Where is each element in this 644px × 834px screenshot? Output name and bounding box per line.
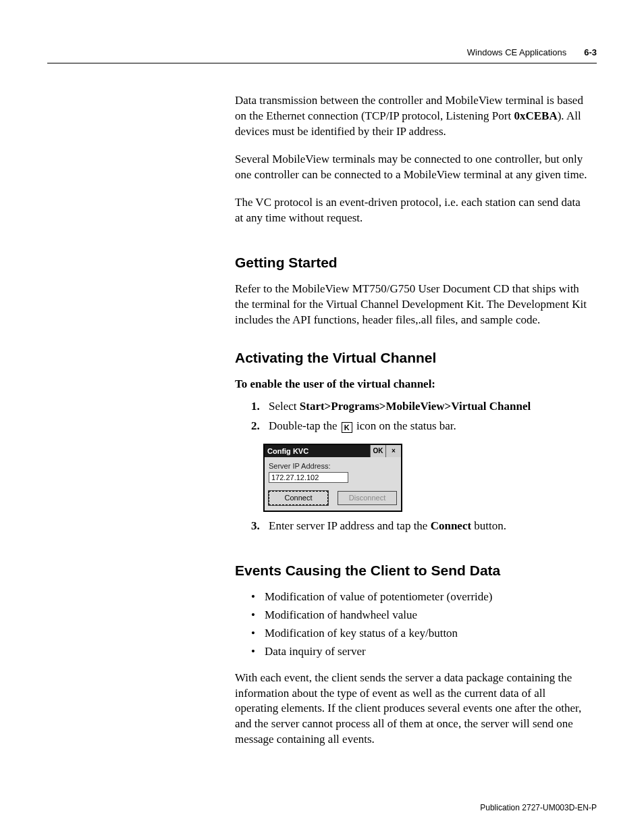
heading-activating-virtual-channel: Activating the Virtual Channel <box>235 348 590 367</box>
config-kvc-dialog-figure: Config KVC OK × Server IP Address: Conne… <box>263 444 590 512</box>
getting-started-paragraph: Refer to the MobileView MT750/G750 User … <box>235 282 590 328</box>
k-icon: K <box>342 422 352 433</box>
step-2: 2. Double-tap the K icon on the status b… <box>251 419 590 434</box>
step-number: 1. <box>251 399 269 415</box>
ordered-steps: 1. Select Start>Programs>MobileView>Virt… <box>251 399 590 434</box>
intro-paragraph-1: Data transmission between the controller… <box>235 93 590 140</box>
list-item: • Modification of value of potentiometer… <box>251 590 590 605</box>
server-ip-input[interactable] <box>269 472 348 483</box>
step-number: 3. <box>251 519 269 534</box>
intro-paragraph-2: Several MobileView terminals may be conn… <box>235 152 590 183</box>
list-item: • Data inquiry of server <box>251 644 590 660</box>
listening-port: 0xCEBA <box>514 109 557 122</box>
bullet-icon: • <box>251 608 265 623</box>
list-item-text: Data inquiry of server <box>265 644 366 660</box>
dialog-body: Server IP Address: Connect Disconnect <box>265 457 401 511</box>
text: Double-tap the <box>269 419 340 432</box>
dialog-title: Config KVC <box>265 445 370 457</box>
ordered-steps-continued: 3. Enter server IP address and tap the C… <box>251 519 590 534</box>
list-item-text: Modification of value of potentiometer (… <box>265 590 493 605</box>
bullet-icon: • <box>251 626 265 642</box>
dialog-titlebar: Config KVC OK × <box>265 445 401 457</box>
heading-getting-started: Getting Started <box>235 253 590 272</box>
step-text: Double-tap the K icon on the status bar. <box>269 419 456 434</box>
bullet-icon: • <box>251 644 265 660</box>
events-list: • Modification of value of potentiometer… <box>251 590 590 660</box>
step-1: 1. Select Start>Programs>MobileView>Virt… <box>251 399 590 415</box>
connect-button[interactable]: Connect <box>269 491 328 505</box>
header-section-title: Windows CE Applications <box>467 47 566 57</box>
close-button[interactable]: × <box>385 445 401 457</box>
text: button. <box>471 519 506 532</box>
list-item-text: Modification of handwheel value <box>265 608 417 623</box>
server-ip-label: Server IP Address: <box>269 461 397 471</box>
config-kvc-dialog: Config KVC OK × Server IP Address: Conne… <box>263 444 402 512</box>
step-text: Select Start>Programs>MobileView>Virtual… <box>269 399 531 415</box>
menu-path: Start>Programs>MobileView>Virtual Channe… <box>300 400 531 413</box>
disconnect-button[interactable]: Disconnect <box>338 491 397 505</box>
events-closing-paragraph: With each event, the client sends the se… <box>235 671 590 748</box>
list-item: • Modification of key status of a key/bu… <box>251 626 590 642</box>
ok-button[interactable]: OK <box>370 445 385 457</box>
text: Select <box>269 400 300 413</box>
list-item: • Modification of handwheel value <box>251 608 590 623</box>
step-number: 2. <box>251 419 269 434</box>
bullet-icon: • <box>251 590 265 605</box>
header-page-number: 6-3 <box>584 47 597 57</box>
intro-paragraph-3: The VC protocol is an event-driven proto… <box>235 195 590 226</box>
step-text: Enter server IP address and tap the Conn… <box>269 519 506 534</box>
instruction-lead: To enable the user of the virtual channe… <box>235 377 590 392</box>
text: Enter server IP address and tap the <box>269 519 431 532</box>
list-item-text: Modification of key status of a key/butt… <box>265 626 458 642</box>
connect-bold: Connect <box>431 519 471 532</box>
publication-number: Publication 2727-UM003D-EN-P <box>480 803 597 812</box>
heading-events: Events Causing the Client to Send Data <box>235 561 590 580</box>
text: icon on the status bar. <box>354 419 456 432</box>
running-header: Windows CE Applications 6-3 <box>47 47 597 63</box>
step-3: 3. Enter server IP address and tap the C… <box>251 519 590 534</box>
